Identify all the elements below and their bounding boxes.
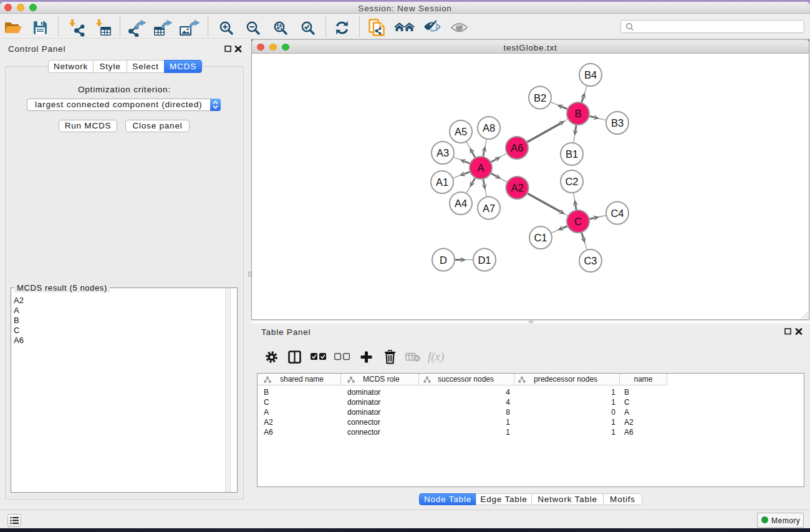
svg-text:B1: B1 — [566, 148, 578, 160]
svg-text:D1: D1 — [478, 254, 491, 266]
svg-text:C1: C1 — [534, 232, 547, 243]
svg-text:D: D — [440, 254, 447, 266]
svg-text:B: B — [574, 108, 581, 119]
svg-text:A4: A4 — [455, 198, 467, 209]
svg-text:A8: A8 — [483, 122, 495, 133]
svg-text:B3: B3 — [611, 117, 624, 128]
svg-text:A7: A7 — [483, 203, 495, 214]
svg-text:A3: A3 — [436, 147, 449, 158]
svg-text:A2: A2 — [511, 182, 523, 193]
svg-text:A1: A1 — [436, 177, 448, 188]
svg-text:A6: A6 — [511, 142, 523, 153]
svg-text:C3: C3 — [584, 255, 597, 266]
svg-text:C4: C4 — [610, 208, 624, 219]
svg-text:B4: B4 — [584, 69, 597, 80]
svg-text:C2: C2 — [565, 176, 578, 187]
svg-text:A5: A5 — [455, 126, 467, 137]
svg-text:A: A — [477, 162, 484, 173]
svg-text:C: C — [574, 216, 582, 227]
svg-text:B2: B2 — [534, 92, 546, 104]
